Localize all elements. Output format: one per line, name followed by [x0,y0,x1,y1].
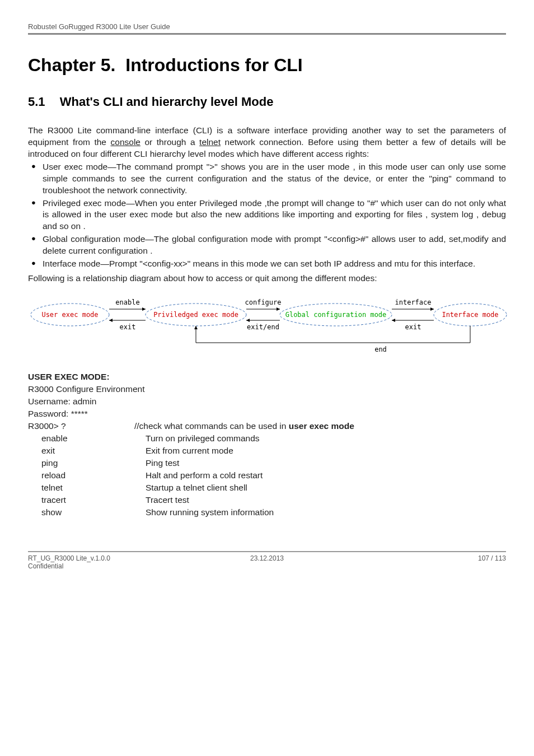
cli-command: reload [28,470,146,480]
cli-env: R3000 Configure Environment [28,384,506,394]
list-item: Privileged exec mode—When you enter Priv… [28,198,506,233]
cli-prompt-desc: //check what commands can be used in use… [134,421,506,431]
user-exec-heading: USER EXEC MODE: [28,372,506,382]
cli-command-desc: Show running system information [146,507,506,517]
list-item: Global configuration mode—The global con… [28,234,506,257]
diagram-node-user: User exec mode [41,311,98,319]
cli-command: ping [28,458,146,468]
diagram-node-iface: Interface mode [442,311,498,319]
footer-left: RT_UG_R3000 Lite_v.1.0.0 [28,554,188,562]
bullet-list: User exec mode—The command prompt ">" sh… [28,161,506,270]
link-console[interactable]: console [111,137,140,147]
section-heading: 5.1 What's CLI and hierarchy level Mode [28,95,506,109]
footer-confidential: Confidential [28,562,506,570]
cli-command-row: telnet Startup a telnet client shell [28,483,506,493]
chapter-number: Chapter 5. [28,55,115,75]
cli-username: Username: admin [28,396,506,407]
page-footer: RT_UG_R3000 Lite_v.1.0.0 23.12.2013 107 … [28,551,506,562]
following-text: Following is a relationship diagram abou… [28,273,506,283]
cli-command-desc: Turn on privileged commands [146,433,506,444]
cli-command-desc: Ping test [146,458,506,468]
cli-command-desc: Exit from current mode [146,446,506,456]
cli-command-row: enable Turn on privileged commands [28,433,506,444]
diagram-node-priv: Priviledged exec mode [153,311,238,319]
cli-command-row: ping Ping test [28,458,506,468]
cli-command-desc: Tracert test [146,495,506,505]
cli-command: enable [28,433,146,444]
diagram-edge-configure: configure [245,298,281,306]
chapter-heading: Chapter 5. Introductions for CLI [28,55,506,76]
cli-password: Password: ***** [28,409,506,419]
section-number: 5.1 [28,95,45,109]
footer-center: 23.12.2013 [188,554,347,562]
diagram-edge-enable: enable [115,298,139,306]
section-title: What's CLI and hierarchy level Mode [60,95,274,109]
diagram-edge-exit2: exit [405,323,421,331]
list-item: User exec mode—The command prompt ">" sh… [28,161,506,197]
footer-right: 107 / 113 [346,554,506,562]
mode-relationship-diagram: User exec mode Priviledged exec mode Glo… [28,292,509,360]
cli-prompt-row: R3000> ? //check what commands can be us… [28,421,506,431]
diagram-node-global: Global configuration mode [285,311,387,319]
diagram-edge-exit1: exit [120,323,136,331]
cli-command-row: exit Exit from current mode [28,446,506,456]
link-telnet[interactable]: telnet [199,137,221,147]
cli-command: telnet [28,483,146,493]
cli-command: tracert [28,495,146,505]
cli-prompt: R3000> ? [28,421,134,431]
cli-command-desc: Halt and perform a cold restart [146,470,506,480]
cli-command: show [28,507,146,517]
list-item: Interface mode—Prompt "<config-xx>" mean… [28,258,506,270]
cli-command-row: show Show running system information [28,507,506,517]
diagram-edge-end: end [374,346,387,353]
diagram-edge-interface: interface [395,298,431,306]
cli-command-row: reload Halt and perform a cold restart [28,470,506,480]
header-title: Robustel GoRugged R3000 Lite User Guide [28,22,170,31]
chapter-title: Introductions for CLI [125,55,302,75]
intro-paragraph: The R3000 Lite command-line interface (C… [28,125,506,160]
diagram-edge-exitend: exit/end [247,323,279,331]
cli-command-row: tracert Tracert test [28,495,506,505]
cli-command: exit [28,446,146,456]
page-header: Robustel GoRugged R3000 Lite User Guide [28,22,506,35]
cli-command-desc: Startup a telnet client shell [146,483,506,493]
